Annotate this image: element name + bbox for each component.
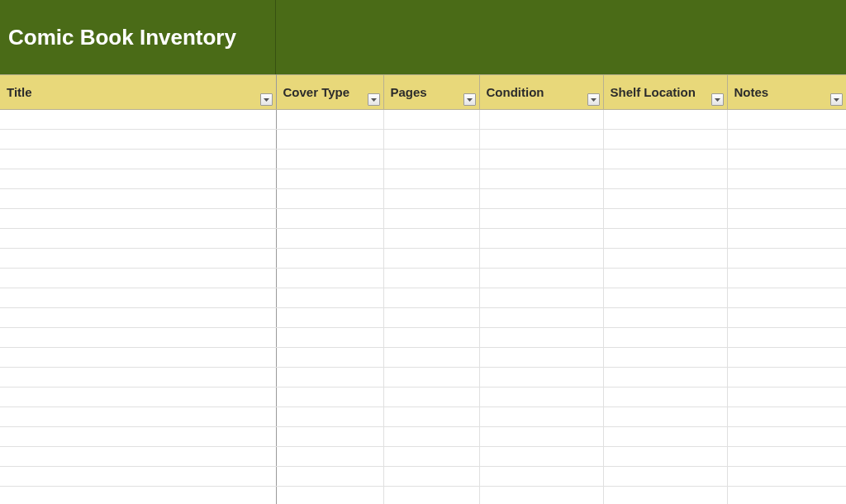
table-cell[interactable]	[276, 487, 383, 505]
table-cell[interactable]	[603, 110, 727, 130]
table-cell[interactable]	[276, 189, 383, 209]
table-cell[interactable]	[0, 269, 276, 288]
table-cell[interactable]	[727, 269, 846, 288]
table-cell[interactable]	[383, 308, 479, 328]
table-cell[interactable]	[727, 467, 846, 487]
table-cell[interactable]	[276, 407, 383, 427]
column-header[interactable]: Cover Type	[276, 75, 383, 110]
table-cell[interactable]	[603, 348, 727, 368]
table-cell[interactable]	[727, 130, 846, 150]
table-cell[interactable]	[276, 348, 383, 368]
table-cell[interactable]	[0, 209, 276, 229]
table-cell[interactable]	[727, 229, 846, 249]
table-cell[interactable]	[276, 209, 383, 229]
table-cell[interactable]	[276, 249, 383, 269]
table-cell[interactable]	[603, 388, 727, 407]
table-cell[interactable]	[727, 388, 846, 407]
table-cell[interactable]	[479, 447, 603, 467]
table-cell[interactable]	[383, 110, 479, 130]
table-cell[interactable]	[479, 348, 603, 368]
table-cell[interactable]	[0, 487, 276, 505]
table-cell[interactable]	[276, 308, 383, 328]
table-cell[interactable]	[727, 169, 846, 189]
table-cell[interactable]	[479, 388, 603, 407]
table-cell[interactable]	[603, 447, 727, 467]
table-cell[interactable]	[727, 427, 846, 447]
table-cell[interactable]	[276, 427, 383, 447]
table-cell[interactable]	[0, 467, 276, 487]
table-cell[interactable]	[603, 189, 727, 209]
table-cell[interactable]	[0, 288, 276, 308]
table-cell[interactable]	[0, 427, 276, 447]
table-cell[interactable]	[0, 189, 276, 209]
table-cell[interactable]	[276, 150, 383, 169]
table-cell[interactable]	[276, 288, 383, 308]
table-cell[interactable]	[479, 368, 603, 388]
column-header[interactable]: Condition	[479, 75, 603, 110]
filter-dropdown-button[interactable]	[260, 93, 273, 106]
table-cell[interactable]	[0, 388, 276, 407]
table-cell[interactable]	[479, 110, 603, 130]
table-cell[interactable]	[0, 368, 276, 388]
table-cell[interactable]	[383, 130, 479, 150]
table-cell[interactable]	[603, 269, 727, 288]
table-cell[interactable]	[479, 427, 603, 447]
table-cell[interactable]	[0, 447, 276, 467]
table-cell[interactable]	[0, 249, 276, 269]
table-cell[interactable]	[276, 328, 383, 348]
table-cell[interactable]	[727, 447, 846, 467]
table-cell[interactable]	[383, 467, 479, 487]
table-cell[interactable]	[383, 249, 479, 269]
column-header[interactable]: Notes	[727, 75, 846, 110]
table-cell[interactable]	[603, 487, 727, 505]
filter-dropdown-button[interactable]	[587, 93, 600, 106]
table-cell[interactable]	[0, 328, 276, 348]
table-cell[interactable]	[479, 269, 603, 288]
table-cell[interactable]	[727, 407, 846, 427]
table-cell[interactable]	[603, 368, 727, 388]
table-cell[interactable]	[0, 308, 276, 328]
table-cell[interactable]	[0, 407, 276, 427]
filter-dropdown-button[interactable]	[463, 93, 476, 106]
table-cell[interactable]	[383, 288, 479, 308]
filter-dropdown-button[interactable]	[711, 93, 724, 106]
table-cell[interactable]	[603, 308, 727, 328]
table-cell[interactable]	[383, 348, 479, 368]
table-cell[interactable]	[276, 110, 383, 130]
table-cell[interactable]	[603, 169, 727, 189]
table-cell[interactable]	[727, 308, 846, 328]
table-cell[interactable]	[276, 169, 383, 189]
table-cell[interactable]	[479, 150, 603, 169]
table-cell[interactable]	[276, 467, 383, 487]
column-header[interactable]: Shelf Location	[603, 75, 727, 110]
table-cell[interactable]	[479, 249, 603, 269]
table-cell[interactable]	[276, 269, 383, 288]
table-cell[interactable]	[383, 209, 479, 229]
table-cell[interactable]	[603, 288, 727, 308]
table-cell[interactable]	[383, 487, 479, 505]
table-cell[interactable]	[383, 407, 479, 427]
table-cell[interactable]	[383, 269, 479, 288]
table-cell[interactable]	[727, 209, 846, 229]
table-cell[interactable]	[276, 229, 383, 249]
table-cell[interactable]	[603, 229, 727, 249]
table-cell[interactable]	[727, 348, 846, 368]
filter-dropdown-button[interactable]	[830, 93, 843, 106]
table-cell[interactable]	[603, 467, 727, 487]
table-cell[interactable]	[0, 110, 276, 130]
table-cell[interactable]	[276, 130, 383, 150]
table-cell[interactable]	[479, 308, 603, 328]
table-cell[interactable]	[383, 388, 479, 407]
table-cell[interactable]	[727, 288, 846, 308]
table-cell[interactable]	[479, 467, 603, 487]
table-cell[interactable]	[383, 229, 479, 249]
table-cell[interactable]	[479, 487, 603, 505]
table-cell[interactable]	[383, 189, 479, 209]
column-header[interactable]: Title	[0, 75, 276, 110]
table-cell[interactable]	[727, 150, 846, 169]
table-cell[interactable]	[479, 130, 603, 150]
table-cell[interactable]	[276, 368, 383, 388]
table-cell[interactable]	[479, 189, 603, 209]
filter-dropdown-button[interactable]	[368, 93, 380, 106]
column-header[interactable]: Pages	[383, 75, 479, 110]
